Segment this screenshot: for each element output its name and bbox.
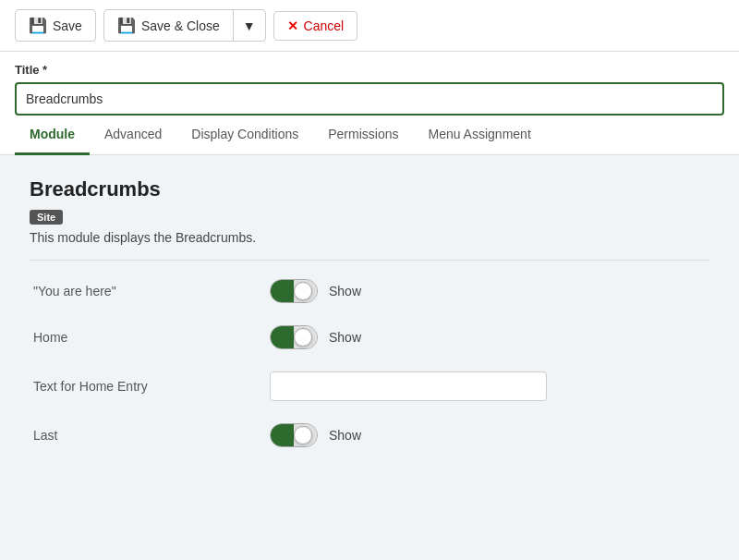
show-label-home: Show <box>329 330 361 345</box>
field-label-last: Last <box>30 428 270 443</box>
field-label-text-home-entry: Text for Home Entry <box>30 379 270 394</box>
field-row-text-home-entry: Text for Home Entry <box>30 371 709 401</box>
tab-display-conditions[interactable]: Display Conditions <box>176 116 313 155</box>
save-button[interactable]: 💾 Save <box>15 9 96 42</box>
field-control-last: Show <box>270 423 361 447</box>
tabs-bar: Module Advanced Display Conditions Permi… <box>0 116 739 155</box>
save-label: Save <box>53 18 82 33</box>
save-close-main[interactable]: 💾 Save & Close <box>104 10 234 41</box>
field-label-home: Home <box>30 330 270 345</box>
toggle-home[interactable] <box>270 325 318 349</box>
text-home-entry-input[interactable] <box>270 371 547 401</box>
chevron-down-icon: ▼ <box>243 18 256 33</box>
divider <box>30 260 709 261</box>
tab-menu-assignment[interactable]: Menu Assignment <box>413 116 545 155</box>
field-label-you-are-here: "You are here" <box>30 284 270 298</box>
tab-module[interactable]: Module <box>15 116 90 155</box>
field-row-last: Last Show <box>30 423 709 447</box>
field-row-home: Home Show <box>30 325 709 349</box>
save-close-label: Save & Close <box>141 18 220 33</box>
module-description: This module displays the Breadcrumbs. <box>30 230 709 245</box>
title-section: Title * <box>0 52 739 116</box>
title-input[interactable] <box>15 82 724 116</box>
toggle-last[interactable] <box>270 423 318 447</box>
field-row-you-are-here: "You are here" Show <box>30 279 709 303</box>
cancel-x-icon: ✕ <box>287 18 298 33</box>
save-close-dropdown[interactable]: ▼ <box>234 12 265 40</box>
save-close-icon: 💾 <box>117 17 136 34</box>
field-control-you-are-here: Show <box>270 279 361 303</box>
toolbar: 💾 Save 💾 Save & Close ▼ ✕ Cancel <box>0 0 739 52</box>
save-close-button-group: 💾 Save & Close ▼ <box>103 9 266 42</box>
content-area: Breadcrumbs Site This module displays th… <box>0 155 739 525</box>
module-title: Breadcrumbs <box>30 177 709 201</box>
cancel-label: Cancel <box>304 18 345 33</box>
tab-permissions[interactable]: Permissions <box>313 116 413 155</box>
toggle-you-are-here[interactable] <box>270 279 318 303</box>
show-label-last: Show <box>329 428 361 443</box>
field-control-home: Show <box>270 325 361 349</box>
show-label-you-are-here: Show <box>329 284 361 298</box>
cancel-button[interactable]: ✕ Cancel <box>273 11 358 41</box>
title-label: Title * <box>15 63 724 77</box>
save-icon: 💾 <box>29 17 47 34</box>
tab-advanced[interactable]: Advanced <box>90 116 176 155</box>
site-badge: Site <box>30 210 63 225</box>
field-control-text-home-entry <box>270 371 547 401</box>
